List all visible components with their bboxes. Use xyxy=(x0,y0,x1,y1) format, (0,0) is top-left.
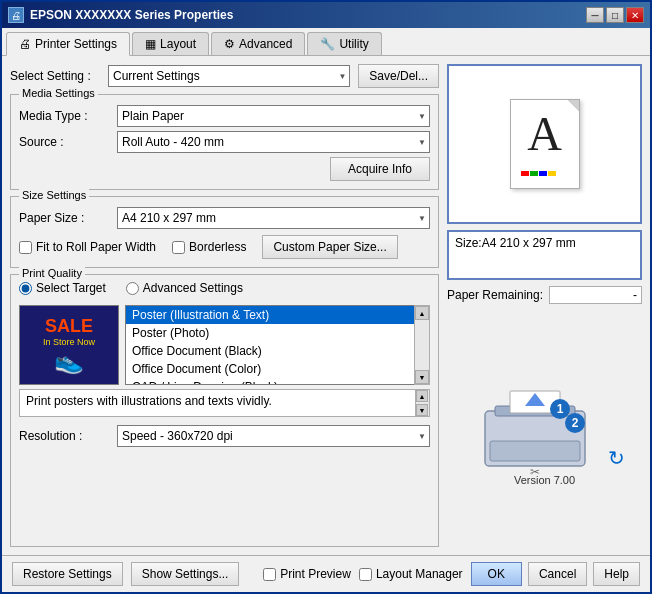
bottom-left-buttons: Restore Settings Show Settings... xyxy=(12,562,255,586)
quality-description-text: Print posters with illustrations and tex… xyxy=(26,394,272,408)
help-button[interactable]: Help xyxy=(593,562,640,586)
layout-manager-checkbox-label[interactable]: Layout Manager xyxy=(359,567,463,581)
custom-paper-size-button[interactable]: Custom Paper Size... xyxy=(262,235,397,259)
restore-settings-button[interactable]: Restore Settings xyxy=(12,562,123,586)
printer-svg: 1 2 ✂ xyxy=(475,371,615,481)
maximize-button[interactable]: □ xyxy=(606,7,624,23)
quality-description: Print posters with illustrations and tex… xyxy=(19,389,430,417)
desc-scrollbar: ▲ ▼ xyxy=(415,390,429,416)
paper-size-row: Paper Size : A4 210 x 297 mm xyxy=(19,207,430,229)
select-setting-label: Select Setting : xyxy=(10,69,100,83)
scroll-up-btn[interactable]: ▲ xyxy=(415,306,429,320)
print-preview-label: Print Preview xyxy=(280,567,351,581)
left-panel: Select Setting : Current Settings Save/D… xyxy=(10,64,439,547)
fit-to-roll-checkbox-label[interactable]: Fit to Roll Paper Width xyxy=(19,240,156,254)
paper-fold-corner xyxy=(567,100,579,112)
close-button[interactable]: ✕ xyxy=(626,7,644,23)
desc-scroll-up[interactable]: ▲ xyxy=(416,390,428,402)
paper-size-dropdown[interactable]: A4 210 x 297 mm xyxy=(117,207,430,229)
acquire-info-button[interactable]: Acquire Info xyxy=(330,157,430,181)
paper-remaining-row: Paper Remaining: - xyxy=(447,286,642,304)
tab-printer-settings[interactable]: 🖨 Printer Settings xyxy=(6,32,130,56)
color-bar xyxy=(521,171,556,176)
quality-item-poster-photo[interactable]: Poster (Photo) xyxy=(126,324,429,342)
print-preview-checkbox-label[interactable]: Print Preview xyxy=(263,567,351,581)
quality-list-scrollbar: ▲ ▼ xyxy=(414,305,430,385)
printer-image-container: 1 2 ✂ Version 7.00 ↻ xyxy=(447,310,642,547)
size-label-box: Size:A4 210 x 297 mm xyxy=(447,230,642,280)
select-target-radio-label[interactable]: Select Target xyxy=(19,281,106,295)
color-yellow xyxy=(548,171,556,176)
quality-item-office-color[interactable]: Office Document (Color) xyxy=(126,360,429,378)
source-wrapper: Roll Auto - 420 mm xyxy=(117,131,430,153)
bottom-right-buttons: OK Cancel Help xyxy=(471,562,640,586)
print-preview-checkbox[interactable] xyxy=(263,568,276,581)
quality-item-office-black[interactable]: Office Document (Black) xyxy=(126,342,429,360)
quality-list[interactable]: Poster (Illustration & Text) Poster (Pho… xyxy=(125,305,430,385)
paper-options-row: Fit to Roll Paper Width Borderless Custo… xyxy=(19,235,430,259)
advanced-settings-radio[interactable] xyxy=(126,282,139,295)
refresh-icon[interactable]: ↻ xyxy=(608,446,625,470)
advanced-settings-label: Advanced Settings xyxy=(143,281,243,295)
tab-advanced[interactable]: ⚙ Advanced xyxy=(211,32,305,55)
paper-preview-box: A xyxy=(447,64,642,224)
main-window: 🖨 EPSON XXXXXXX Series Properties ─ □ ✕ … xyxy=(0,0,652,594)
source-label: Source : xyxy=(19,135,109,149)
minimize-button[interactable]: ─ xyxy=(586,7,604,23)
resolution-row: Resolution : Speed - 360x720 dpi xyxy=(19,425,430,447)
source-dropdown[interactable]: Roll Auto - 420 mm xyxy=(117,131,430,153)
ok-button[interactable]: OK xyxy=(471,562,522,586)
advanced-icon: ⚙ xyxy=(224,37,235,51)
print-quality-group: Print Quality Select Target Advanced Set… xyxy=(10,274,439,547)
paper-a-letter: A xyxy=(527,110,562,158)
print-quality-title: Print Quality xyxy=(19,267,85,279)
select-target-radio[interactable] xyxy=(19,282,32,295)
remaining-value: - xyxy=(633,288,637,302)
right-panel: A Size:A4 210 x 297 mm Paper Remai xyxy=(447,64,642,547)
paper-size-label: Paper Size : xyxy=(19,211,109,225)
layout-icon: ▦ xyxy=(145,37,156,51)
resolution-wrapper: Speed - 360x720 dpi xyxy=(117,425,430,447)
desc-scroll-down[interactable]: ▼ xyxy=(416,404,428,416)
window-title: EPSON XXXXXXX Series Properties xyxy=(30,8,233,22)
tab-utility[interactable]: 🔧 Utility xyxy=(307,32,381,55)
layout-manager-label: Layout Manager xyxy=(376,567,463,581)
save-del-button[interactable]: Save/Del... xyxy=(358,64,439,88)
borderless-checkbox-label[interactable]: Borderless xyxy=(172,240,246,254)
quality-item-poster-illustration[interactable]: Poster (Illustration & Text) xyxy=(126,306,429,324)
printer-settings-icon: 🖨 xyxy=(19,37,31,51)
borderless-checkbox[interactable] xyxy=(172,241,185,254)
tabs-bar: 🖨 Printer Settings ▦ Layout ⚙ Advanced 🔧… xyxy=(2,28,650,56)
select-setting-row: Select Setting : Current Settings Save/D… xyxy=(10,64,439,88)
color-red xyxy=(521,171,529,176)
media-type-row: Media Type : Plain Paper xyxy=(19,105,430,127)
borderless-label: Borderless xyxy=(189,240,246,254)
quality-item-cad-black[interactable]: CAD / Line Drawing (Black) xyxy=(126,378,429,385)
color-green xyxy=(530,171,538,176)
show-settings-button[interactable]: Show Settings... xyxy=(131,562,240,586)
layout-manager-checkbox[interactable] xyxy=(359,568,372,581)
acquire-info-row: Acquire Info xyxy=(19,157,430,181)
remaining-bar: - xyxy=(549,286,642,304)
advanced-settings-radio-label[interactable]: Advanced Settings xyxy=(126,281,243,295)
main-content: Select Setting : Current Settings Save/D… xyxy=(2,56,650,555)
resolution-dropdown[interactable]: Speed - 360x720 dpi xyxy=(117,425,430,447)
color-blue xyxy=(539,171,547,176)
bottom-bar: Restore Settings Show Settings... Print … xyxy=(2,555,650,592)
select-target-label: Select Target xyxy=(36,281,106,295)
app-icon: 🖨 xyxy=(8,7,24,23)
select-setting-dropdown[interactable]: Current Settings xyxy=(108,65,350,87)
size-settings-title: Size Settings xyxy=(19,189,89,201)
description-container: Print posters with illustrations and tex… xyxy=(19,389,430,417)
media-settings-group: Media Settings Media Type : Plain Paper … xyxy=(10,94,439,190)
printer-illustration: 1 2 ✂ Version 7.00 ↻ xyxy=(475,371,615,486)
source-row: Source : Roll Auto - 420 mm xyxy=(19,131,430,153)
media-type-dropdown[interactable]: Plain Paper xyxy=(117,105,430,127)
paper-size-wrapper: A4 210 x 297 mm xyxy=(117,207,430,229)
tab-layout[interactable]: ▦ Layout xyxy=(132,32,209,55)
scroll-down-btn[interactable]: ▼ xyxy=(415,370,429,384)
sale-preview: SALE In Store Now 👟 xyxy=(19,305,119,385)
quality-mode-row: Select Target Advanced Settings xyxy=(19,281,430,295)
fit-to-roll-checkbox[interactable] xyxy=(19,241,32,254)
cancel-button[interactable]: Cancel xyxy=(528,562,587,586)
